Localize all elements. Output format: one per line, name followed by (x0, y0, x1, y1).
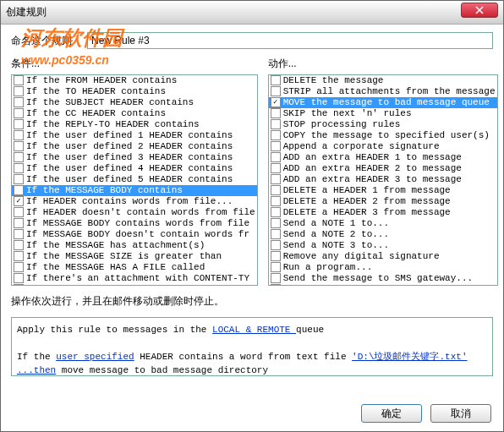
checkbox[interactable] (14, 163, 24, 173)
list-item[interactable]: If MESSAGE BODY contains words from file (12, 218, 257, 229)
checkbox[interactable] (14, 185, 24, 195)
list-item[interactable]: If the FROM HEADER contains (12, 75, 257, 86)
checkbox[interactable] (271, 273, 281, 283)
checkbox[interactable] (271, 130, 281, 140)
checkbox[interactable] (14, 97, 24, 107)
checkbox[interactable] (271, 196, 281, 206)
checkbox[interactable] (271, 229, 281, 239)
list-item[interactable]: If the CC HEADER contains (12, 108, 257, 119)
conditions-listbox[interactable]: If the FROM HEADER containsIf the TO HEA… (11, 74, 258, 286)
checkbox[interactable] (14, 141, 24, 151)
list-item[interactable]: ADD an extra HEADER 1 to message (269, 152, 497, 163)
list-item[interactable]: If the SUBJECT HEADER contains (12, 97, 257, 108)
checkbox[interactable] (14, 284, 24, 286)
list-item[interactable]: ADD an extra HEADER 2 to message (269, 163, 497, 174)
list-item-label: STOP processing rules (283, 119, 401, 130)
checkbox[interactable] (14, 86, 24, 96)
list-item[interactable]: If the REPLY-TO HEADER contains (12, 119, 257, 130)
file-link[interactable]: 'D:\垃圾邮件关键字.txt' (352, 352, 467, 362)
checkbox[interactable] (271, 163, 281, 173)
checkbox[interactable] (271, 75, 281, 85)
checkbox[interactable] (271, 86, 281, 96)
list-item[interactable]: Append a corporate signature (269, 141, 497, 152)
checkbox[interactable] (14, 251, 24, 261)
list-item-label: DELETE a HEADER 3 from message (283, 207, 451, 218)
list-item-label: If the MESSAGE BODY contains (26, 185, 183, 196)
list-item[interactable]: If the user defined 5 HEADER contains (12, 174, 257, 185)
actions-listbox[interactable]: DELETE the messageSTRIP all attachments … (268, 74, 498, 286)
list-item-label: Append a corporate signature (283, 141, 440, 152)
list-item-label: SKIP the next 'n' rules (283, 108, 412, 119)
list-item[interactable]: If the user defined 2 HEADER contains (12, 141, 257, 152)
list-item[interactable]: ✓MOVE the message to bad message queue (269, 97, 497, 108)
list-item[interactable]: Send a NOTE 3 to... (269, 240, 497, 251)
window-title: 创建规则 (6, 5, 461, 19)
list-item[interactable]: DELETE the message (269, 75, 497, 86)
checkbox[interactable]: ✓ (14, 196, 24, 206)
list-item[interactable]: Send the message to SMS gateway... (269, 273, 497, 284)
checkbox[interactable] (271, 251, 281, 261)
checkbox[interactable] (14, 119, 24, 129)
list-item[interactable]: If the MESSAGE has attachment(s) (12, 240, 257, 251)
list-item[interactable]: If the user defined 4 HEADER contains (12, 163, 257, 174)
checkbox[interactable] (271, 262, 281, 272)
checkbox[interactable] (14, 130, 24, 140)
list-item[interactable]: Run a program... (269, 262, 497, 273)
checkbox[interactable] (271, 152, 281, 162)
list-item[interactable]: If the MESSAGE BODY contains (12, 185, 257, 196)
list-item[interactable]: ✓If HEADER contains words from file... (12, 196, 257, 207)
checkbox[interactable] (14, 229, 24, 239)
checkbox[interactable] (271, 218, 281, 228)
checkbox[interactable] (14, 152, 24, 162)
checkbox[interactable] (271, 185, 281, 195)
list-item[interactable]: If there's an attachment with CONTENT-TY (12, 273, 257, 284)
list-item[interactable]: If HEADER doesn't contain words from fil… (12, 207, 257, 218)
checkbox[interactable] (271, 207, 281, 217)
list-item[interactable]: DELETE a HEADER 3 from message (269, 207, 497, 218)
rule-name-input[interactable] (87, 32, 493, 49)
checkbox[interactable] (271, 284, 281, 286)
list-item-label: If the SUBJECT HEADER contains (26, 97, 194, 108)
then-link[interactable]: ...then (17, 365, 56, 375)
checkbox[interactable] (271, 174, 281, 184)
list-item[interactable]: DELETE a HEADER 1 from message (269, 185, 497, 196)
checkbox[interactable]: ✓ (271, 97, 281, 107)
checkbox[interactable] (271, 240, 281, 250)
list-item[interactable]: Remove any digital signature (269, 251, 497, 262)
checkbox[interactable] (14, 108, 24, 118)
checkbox[interactable] (14, 207, 24, 217)
list-item[interactable]: COPY the message to FOLDER... (269, 284, 497, 286)
list-item[interactable]: SKIP the next 'n' rules (269, 108, 497, 119)
list-item[interactable]: COPY the message to specified user(s) (269, 130, 497, 141)
checkbox[interactable] (14, 75, 24, 85)
checkbox[interactable] (14, 240, 24, 250)
list-item[interactable]: Send a NOTE 2 to... (269, 229, 497, 240)
list-item[interactable]: STRIP all attachments from the message (269, 86, 497, 97)
actions-header: 动作... (268, 57, 498, 71)
list-item[interactable]: Send a NOTE 1 to... (269, 218, 497, 229)
list-item[interactable]: If MESSAGE BODY doesn't contain words fr (12, 229, 257, 240)
checkbox[interactable] (14, 174, 24, 184)
checkbox[interactable] (271, 141, 281, 151)
desc-line-1: Apply this rule to messages in the LOCAL… (17, 323, 487, 336)
cancel-button[interactable]: 取消 (430, 404, 491, 423)
close-button[interactable] (461, 3, 498, 18)
queue-link[interactable]: LOCAL & REMOTE (212, 325, 296, 335)
checkbox[interactable] (271, 108, 281, 118)
list-item[interactable]: ADD an extra HEADER 3 to message (269, 174, 497, 185)
list-item[interactable]: If the TO HEADER contains (12, 86, 257, 97)
checkbox[interactable] (14, 273, 24, 283)
list-item[interactable]: If EXIT CODE from 'Run a program' is equ (12, 284, 257, 286)
list-item-label: If the MESSAGE SIZE is greater than (26, 251, 222, 262)
list-item[interactable]: STOP processing rules (269, 119, 497, 130)
list-item[interactable]: DELETE a HEADER 2 from message (269, 196, 497, 207)
checkbox[interactable] (14, 218, 24, 228)
checkbox[interactable] (271, 119, 281, 129)
list-item[interactable]: If the MESSAGE SIZE is greater than (12, 251, 257, 262)
list-item[interactable]: If the MESSAGE HAS A FILE called (12, 262, 257, 273)
ok-button[interactable]: 确定 (361, 404, 422, 423)
list-item[interactable]: If the user defined 1 HEADER contains (12, 130, 257, 141)
list-item[interactable]: If the user defined 3 HEADER contains (12, 152, 257, 163)
header-link[interactable]: user specified (56, 352, 134, 362)
checkbox[interactable] (14, 262, 24, 272)
